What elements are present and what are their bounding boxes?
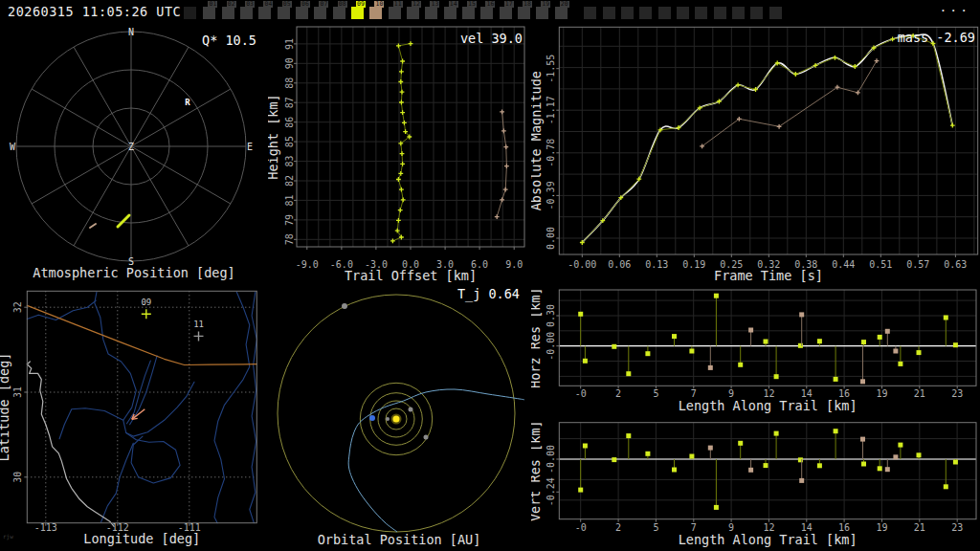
svg-text:0.51: 0.51 [869, 259, 892, 270]
frame-box-extra-10[interactable] [750, 7, 763, 19]
svg-text:78: 78 [284, 233, 295, 245]
sun [393, 416, 400, 423]
frame-box-08[interactable]: 08 [333, 7, 345, 19]
svg-text:30: 30 [12, 472, 23, 483]
frame-box-label: 17 [504, 1, 514, 8]
frame-box-00[interactable] [184, 7, 196, 19]
frame-strip: 0102030405060708091011121314151617181920 [0, 0, 980, 25]
trail-offset-panel: -9.0-6.0-3.00.03.06.09.07879818283858687… [268, 24, 531, 287]
site-10-streak [90, 224, 96, 228]
svg-text:0.57: 0.57 [906, 259, 929, 270]
svg-text:Latitude [deg]: Latitude [deg] [0, 353, 11, 462]
frame-box-label: 18 [523, 1, 532, 8]
svg-text:23: 23 [951, 388, 963, 399]
frame-box-13[interactable]: 13 [425, 7, 437, 19]
svg-text:5: 5 [653, 522, 658, 533]
svg-text:-0.78: -0.78 [546, 139, 556, 167]
watermark: rjw [3, 533, 13, 540]
frame-box-17[interactable]: 17 [500, 7, 512, 19]
frame-box-label: 10 [374, 1, 384, 8]
frame-box-label: 19 [541, 1, 550, 8]
coastline [27, 362, 114, 526]
menu-button[interactable]: ... [940, 0, 970, 14]
plot-border [559, 290, 976, 386]
frame-box-label: 14 [449, 1, 458, 8]
frame-box-15[interactable]: 15 [462, 7, 475, 19]
site-10-horz-res [708, 312, 899, 384]
svg-text:-0: -0 [575, 388, 587, 399]
grid [559, 27, 977, 254]
svg-text:-0: -0 [575, 522, 587, 533]
frame-box-extra-5[interactable] [658, 7, 671, 19]
svg-text:Orbital Position [AU]: Orbital Position [AU] [318, 532, 481, 547]
frame-box-label: 04 [263, 1, 273, 8]
frame-box-18[interactable]: 18 [518, 7, 530, 19]
frame-box-14[interactable]: 14 [444, 7, 457, 19]
svg-text:Height [km]: Height [km] [268, 94, 280, 179]
frame-box-extra-1[interactable] [584, 7, 596, 19]
frame-box-extra-9[interactable] [732, 7, 745, 19]
svg-text:Horz Res [km]: Horz Res [km] [531, 287, 543, 388]
atmospheric-position-panel: NSWEZRQ* 10.5Atmospheric Position [deg] [0, 24, 268, 282]
grid [559, 290, 976, 386]
svg-text:2: 2 [615, 522, 621, 533]
svg-text:81: 81 [284, 194, 295, 206]
axis-ticks: -0.000.060.130.190.250.320.380.440.510.5… [546, 55, 967, 270]
frame-box-extra-7[interactable] [695, 7, 707, 19]
frame-box-label: 05 [282, 1, 292, 8]
svg-text:-0.39: -0.39 [546, 181, 556, 209]
frame-box-04[interactable]: 04 [258, 7, 271, 19]
svg-text:Longitude [deg]: Longitude [deg] [83, 531, 200, 546]
frame-box-05[interactable]: 05 [278, 7, 290, 19]
frame-box-label: 11 [393, 1, 403, 8]
frame-box-extra-8[interactable] [714, 7, 726, 19]
plot-border [559, 423, 976, 519]
svg-text:87: 87 [284, 97, 295, 108]
site-10-trail [495, 110, 509, 220]
frame-box-16[interactable]: 16 [480, 7, 493, 19]
frame-box-extra-11[interactable] [769, 7, 782, 19]
frame-box-20[interactable]: 20 [555, 7, 568, 19]
site-10-vert-res [708, 437, 899, 483]
site-09-trail [390, 41, 412, 243]
svg-text:0.44: 0.44 [832, 259, 855, 270]
svg-text:5: 5 [653, 388, 658, 399]
frame-box-extra-2[interactable] [603, 7, 615, 19]
frame-box-01[interactable]: 01 [203, 7, 215, 19]
frame-box-03[interactable]: 03 [240, 7, 253, 19]
frame-box-19[interactable]: 19 [536, 7, 548, 19]
svg-text:Length Along Trail [km]: Length Along Trail [km] [679, 532, 858, 547]
frame-box-12[interactable]: 12 [407, 7, 419, 19]
svg-text:Z: Z [128, 142, 134, 152]
svg-text:-0.00: -0.00 [546, 445, 556, 474]
frame-box-label: 02 [227, 1, 236, 8]
svg-text:9.0: 9.0 [505, 259, 523, 270]
frame-box-11[interactable]: 11 [389, 7, 401, 19]
frame-box-label: 03 [245, 1, 255, 8]
horz-residuals-panel: -025791214161921230.30-0.00Length Along … [531, 282, 980, 421]
svg-text:79: 79 [284, 214, 295, 226]
svg-text:19: 19 [876, 522, 887, 533]
svg-text:88: 88 [284, 77, 295, 89]
frame-box-extra-3[interactable] [621, 7, 634, 19]
frame-box-extra-4[interactable] [639, 7, 652, 19]
mars [424, 435, 429, 440]
frame-box-06[interactable]: 06 [296, 7, 308, 19]
frame-box-extra-6[interactable] [677, 7, 689, 19]
svg-text:Absolute Magnitude: Absolute Magnitude [531, 71, 544, 210]
svg-text:09: 09 [141, 298, 151, 307]
svg-text:N: N [128, 27, 134, 37]
absolute-magnitude-panel: -0.000.060.130.190.250.320.380.440.510.5… [531, 24, 980, 287]
frame-box-10[interactable]: 10 [369, 7, 382, 19]
svg-text:-113: -113 [34, 522, 57, 533]
frame-box-02[interactable]: 02 [222, 7, 234, 19]
svg-text:31: 31 [12, 386, 23, 398]
svg-text:Trail Offset [km]: Trail Offset [km] [345, 268, 477, 283]
frame-box-07[interactable]: 07 [314, 7, 326, 19]
svg-text:0.19: 0.19 [682, 259, 705, 270]
mercury [386, 417, 390, 421]
frame-box-09[interactable]: 09 [351, 7, 364, 19]
svg-text:Vert Res [km]: Vert Res [km] [531, 421, 543, 521]
svg-text:19: 19 [876, 388, 887, 399]
svg-text:-0.00: -0.00 [568, 259, 596, 270]
